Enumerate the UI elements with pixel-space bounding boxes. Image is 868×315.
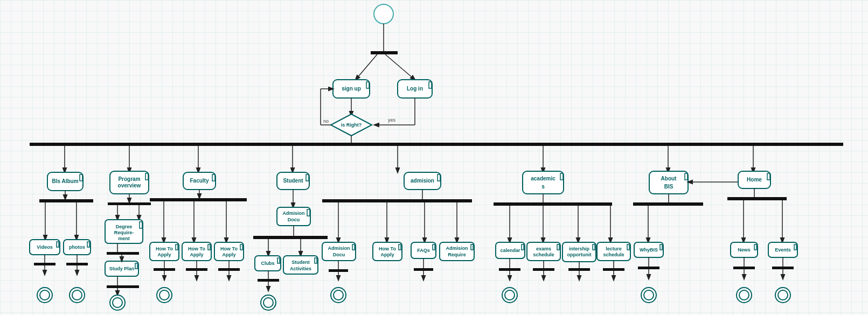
svg-rect-33	[80, 174, 82, 181]
svg-rect-178	[527, 242, 560, 261]
svg-text:How To: How To	[188, 246, 205, 251]
svg-rect-175	[496, 242, 525, 258]
svg-text:News: News	[738, 247, 751, 253]
svg-text:Bls Album: Bls Album	[52, 178, 78, 184]
svg-rect-121	[255, 256, 281, 271]
svg-point-218	[641, 288, 656, 303]
svg-point-77	[113, 298, 122, 307]
svg-text:Admision: Admision	[282, 211, 304, 216]
svg-point-160	[331, 288, 346, 303]
svg-rect-137	[322, 199, 472, 202]
svg-rect-5	[333, 80, 370, 98]
svg-text:Student: Student	[283, 178, 303, 184]
svg-text:overview: overview	[118, 183, 141, 188]
svg-rect-181	[557, 244, 559, 250]
svg-text:Home: Home	[747, 177, 762, 183]
svg-text:Log in: Log in	[407, 86, 423, 92]
svg-point-76	[110, 295, 125, 310]
svg-rect-212	[634, 242, 663, 257]
svg-rect-118	[253, 236, 328, 239]
svg-rect-62	[105, 220, 143, 243]
svg-rect-158	[329, 269, 348, 272]
svg-rect-210	[633, 202, 703, 206]
svg-rect-156	[471, 244, 473, 250]
svg-text:Student: Student	[291, 260, 310, 265]
svg-marker-15	[331, 114, 372, 136]
diagram-canvas: sign up Log in yes is Right? no	[0, 0, 868, 315]
svg-rect-50	[66, 263, 88, 265]
svg-rect-191	[499, 268, 520, 271]
svg-rect-89	[176, 244, 178, 250]
svg-rect-31	[47, 172, 83, 191]
svg-rect-216	[638, 267, 659, 269]
svg-rect-127	[315, 258, 317, 263]
svg-rect-66	[140, 222, 142, 228]
svg-text:schedule: schedule	[533, 252, 554, 257]
svg-text:intership: intership	[569, 246, 590, 251]
diagram-svg: sign up Log in yes is Right? no	[0, 0, 868, 315]
svg-rect-109	[277, 172, 309, 190]
svg-text:Docu: Docu	[288, 217, 300, 222]
svg-point-242	[778, 290, 788, 300]
svg-point-0	[374, 4, 393, 24]
svg-text:About: About	[661, 176, 677, 181]
svg-text:photos: photos	[69, 244, 85, 250]
svg-rect-133	[404, 172, 441, 190]
svg-rect-113	[277, 207, 310, 226]
svg-text:Apply: Apply	[157, 252, 171, 257]
svg-rect-10	[429, 82, 432, 88]
svg-text:Docu: Docu	[333, 252, 345, 257]
svg-text:yes: yes	[388, 117, 396, 123]
svg-rect-7	[366, 82, 369, 88]
svg-text:no: no	[323, 118, 329, 124]
svg-text:Admision: Admision	[328, 246, 350, 251]
svg-rect-104	[186, 268, 207, 271]
svg-text:opportunit: opportunit	[567, 252, 592, 257]
svg-point-219	[644, 290, 654, 300]
svg-rect-71	[107, 252, 139, 255]
svg-rect-142	[322, 242, 356, 261]
svg-rect-227	[731, 242, 758, 257]
svg-rect-189	[627, 244, 629, 250]
svg-text:Clubs: Clubs	[261, 261, 274, 266]
svg-point-236	[737, 288, 752, 303]
svg-rect-222	[767, 173, 770, 180]
svg-rect-67	[105, 261, 138, 276]
svg-rect-111	[306, 174, 309, 181]
svg-text:How To: How To	[220, 246, 238, 251]
svg-point-48	[40, 290, 50, 300]
svg-text:Videos: Videos	[37, 244, 52, 250]
svg-text:Study Plan: Study Plan	[109, 266, 135, 271]
svg-rect-90	[182, 242, 211, 261]
svg-rect-54	[110, 171, 149, 194]
svg-rect-186	[597, 242, 630, 261]
svg-rect-41	[64, 240, 91, 255]
svg-text:academic: academic	[531, 176, 555, 181]
svg-rect-135	[438, 174, 440, 181]
svg-text:lecture: lecture	[606, 246, 622, 251]
svg-text:Faculty: Faculty	[190, 178, 209, 184]
svg-rect-177	[522, 244, 524, 250]
svg-text:How To: How To	[379, 246, 396, 251]
svg-text:How To: How To	[156, 246, 173, 251]
svg-point-241	[775, 288, 790, 303]
svg-rect-170	[494, 202, 612, 206]
svg-text:s: s	[541, 184, 545, 190]
svg-point-101	[157, 288, 172, 303]
svg-rect-230	[768, 242, 797, 257]
svg-text:admision: admision	[411, 178, 434, 184]
svg-point-102	[159, 290, 169, 300]
svg-rect-220	[738, 171, 770, 188]
svg-text:Apply: Apply	[380, 252, 394, 257]
svg-rect-74	[107, 285, 139, 288]
svg-rect-86	[150, 242, 179, 261]
svg-rect-57	[145, 173, 148, 180]
svg-text:calendar: calendar	[500, 248, 520, 253]
svg-point-161	[334, 290, 343, 300]
svg-rect-152	[433, 244, 435, 250]
svg-text:Degree: Degree	[116, 224, 133, 229]
svg-rect-199	[568, 268, 590, 271]
svg-point-132	[263, 298, 273, 307]
svg-rect-207	[685, 173, 688, 180]
svg-text:Activities: Activities	[290, 266, 311, 271]
